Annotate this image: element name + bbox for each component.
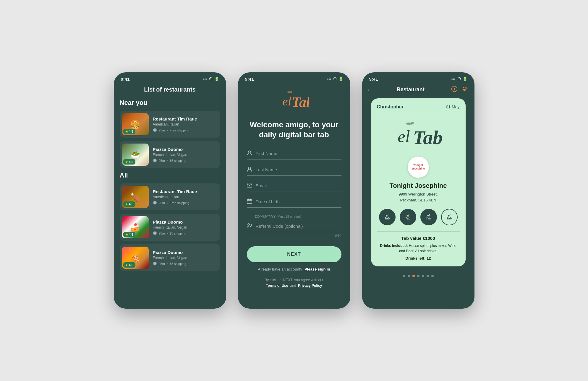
restaurant-info-1: Restaurant Tim Raue American, Italian 🕐 … xyxy=(153,116,218,132)
dot-1[interactable] xyxy=(403,275,405,277)
rating-badge-2: ★ 4.5 xyxy=(123,159,135,165)
venue-address: 9999 Welington Street,Peckham, SE15 4BN xyxy=(377,191,460,203)
time-value-5: 25m xyxy=(159,262,165,266)
calendar-icon xyxy=(247,198,252,205)
clock-icon-1: 🕐 xyxy=(153,128,157,132)
battery-icon-2: 🔋 xyxy=(338,77,343,81)
screens-container: 9:41 ▪▪▪ ☉ 🔋 List of restaurants Near yo… xyxy=(114,72,474,309)
restaurant-name-3: Restaurant Tim Raue xyxy=(153,189,218,194)
dot-6[interactable] xyxy=(427,275,429,277)
restaurant-cuisine-2: French, Italian, Vegan xyxy=(153,153,218,157)
card-wrapper: Christopher 01 May el Tab Tonight xyxy=(362,98,474,271)
card-eltab-logo: el Tab xyxy=(395,120,442,149)
restaurant-card-near-1[interactable]: 🍔 ★ 4.5 Restaurant Tim Raue American, It… xyxy=(120,111,220,138)
time-2: 9:41 xyxy=(245,76,254,82)
first-name-input[interactable] xyxy=(256,151,341,156)
restaurant-meta-2: 🕐 25m • $5 shipping xyxy=(153,159,218,162)
svg-text:el: el xyxy=(398,127,410,146)
shipping-4: $5 shipping xyxy=(170,232,186,235)
restaurant-info-4: Piazza Duomo French, Italian, Vegan 🕐 25… xyxy=(153,219,218,235)
status-icons-3: ▪▪▪ ☉ 🔋 xyxy=(451,77,467,81)
dob-field xyxy=(247,198,341,208)
clock-icon-5: 🕐 xyxy=(153,262,157,266)
back-button[interactable]: ‹ xyxy=(368,86,370,93)
share-icon[interactable] xyxy=(462,86,468,94)
rating-badge-1: ★ 4.5 xyxy=(123,129,135,134)
restaurant-meta-3: 🕐 25m • Free shipping xyxy=(153,201,218,205)
signal-icon-3: ▪▪▪ xyxy=(451,77,456,81)
referral-input[interactable] xyxy=(256,224,341,229)
email-icon xyxy=(247,183,252,189)
clock-icon-3: 🕐 xyxy=(153,201,157,205)
screen1: 9:41 ▪▪▪ ☉ 🔋 List of restaurants Near yo… xyxy=(114,72,226,309)
shipping-1: Free shipping xyxy=(170,128,189,132)
eltab-logo: el Tab xyxy=(279,89,309,110)
welcome-heading: Welcome amigo, to your daily digital bar… xyxy=(247,120,341,140)
restaurant-card-all-2[interactable]: 🍰 ★ 4.5 Piazza Duomo French, Italian, Ve… xyxy=(120,214,220,241)
info-icon[interactable]: i xyxy=(451,86,458,94)
clock-icon-2: 🕐 xyxy=(153,159,157,162)
rating-badge-5: ★ 4.5 xyxy=(123,262,135,268)
food-icon-1: 🍔 xyxy=(130,119,140,129)
dob-input[interactable] xyxy=(256,199,341,204)
restaurant-name-2: Piazza Duomo xyxy=(153,147,218,152)
person-icon-2 xyxy=(247,167,252,173)
terms-link[interactable]: Terms of Use xyxy=(266,284,288,288)
star-icon-2: ★ xyxy=(125,160,128,164)
dob-field-wrapper: DD/MM/YYYY (Must 18 or over) xyxy=(247,198,341,218)
time-value-3: 25m xyxy=(159,201,165,205)
svg-point-3 xyxy=(248,167,250,169)
shipping-5: $5 shipping xyxy=(170,262,186,266)
drinks-included-label: Drinks included: xyxy=(380,244,408,248)
detail-header: ‹ Restaurant i xyxy=(362,83,474,98)
svg-text:i: i xyxy=(454,87,455,91)
privacy-link[interactable]: Privacy Policy xyxy=(298,284,322,288)
next-button[interactable]: NEXT xyxy=(247,246,341,262)
phone-screen2: 9:41 ▪▪▪ ☉ 🔋 el Tab Welcome amigo, to yo… xyxy=(238,72,350,309)
tab-circle-3: elTab xyxy=(420,209,437,225)
form-fields: DD/MM/YYYY (Must 18 or over) xyxy=(247,150,341,243)
time-3: 9:41 xyxy=(369,76,378,82)
header-icons: i xyxy=(451,86,468,94)
phone-screen3: 9:41 ▪▪▪ ☉ 🔋 ‹ Restaurant i xyxy=(362,72,474,309)
restaurant-name-5: Piazza Duomo xyxy=(153,250,218,255)
restaurant-card-all-1[interactable]: 🍗 ★ 4.5 Restaurant Tim Raue American, It… xyxy=(120,183,220,210)
star-icon-1: ★ xyxy=(125,130,128,133)
dot-3-active[interactable] xyxy=(412,275,415,277)
dot-7[interactable] xyxy=(431,275,434,277)
last-name-input[interactable] xyxy=(256,167,341,172)
clock-icon-4: 🕐 xyxy=(153,231,157,235)
tab-circle-4: elTab xyxy=(441,209,458,225)
time-value-1: 25m xyxy=(159,128,165,132)
dot-5[interactable] xyxy=(422,275,424,277)
signin-link[interactable]: Please sign in xyxy=(304,267,330,271)
first-name-field xyxy=(247,150,341,159)
rating-value-2: 4.5 xyxy=(129,160,133,164)
status-icons-1: ▪▪▪ ☉ 🔋 xyxy=(203,77,219,81)
card-divider-top xyxy=(377,114,460,114)
rating-value-5: 4.5 xyxy=(129,263,133,267)
svg-point-6 xyxy=(248,224,250,225)
detail-title: Restaurant xyxy=(397,87,425,93)
star-icon-5: ★ xyxy=(125,263,128,267)
terms-text: By clicking 'NEXT' you agree with our Te… xyxy=(265,277,323,289)
restaurant-meta-1: 🕐 25m • Free shipping xyxy=(153,128,218,132)
dot-4[interactable] xyxy=(417,275,419,277)
restaurant-img-2: 🥗 ★ 4.5 xyxy=(122,144,149,166)
restaurant-cuisine-4: French, Italian, Vegan xyxy=(153,225,218,229)
dot-2[interactable] xyxy=(408,275,410,277)
tab-circle-1: elTab xyxy=(379,209,396,225)
email-input[interactable] xyxy=(256,183,341,188)
wifi-icon-2: ☉ xyxy=(333,77,337,81)
status-bar-1: 9:41 ▪▪▪ ☉ 🔋 xyxy=(114,72,226,83)
referral-field xyxy=(247,223,341,232)
restaurant-name-4: Piazza Duomo xyxy=(153,219,218,224)
status-icons-2: ▪▪▪ ☉ 🔋 xyxy=(327,77,343,81)
svg-text:Tab: Tab xyxy=(292,94,309,110)
restaurant-name-1: Restaurant Tim Raue xyxy=(153,116,218,121)
restaurant-card-all-3[interactable]: 🍕 ★ 4.5 Piazza Duomo French, Italian, Ve… xyxy=(120,244,220,271)
restaurant-img-5: 🍕 ★ 4.5 xyxy=(122,247,149,269)
restaurant-card-near-2[interactable]: 🥗 ★ 4.5 Piazza Duomo French, Italian, Ve… xyxy=(120,141,220,168)
wifi-icon-1: ☉ xyxy=(209,77,213,81)
person-icon-1 xyxy=(247,150,252,157)
